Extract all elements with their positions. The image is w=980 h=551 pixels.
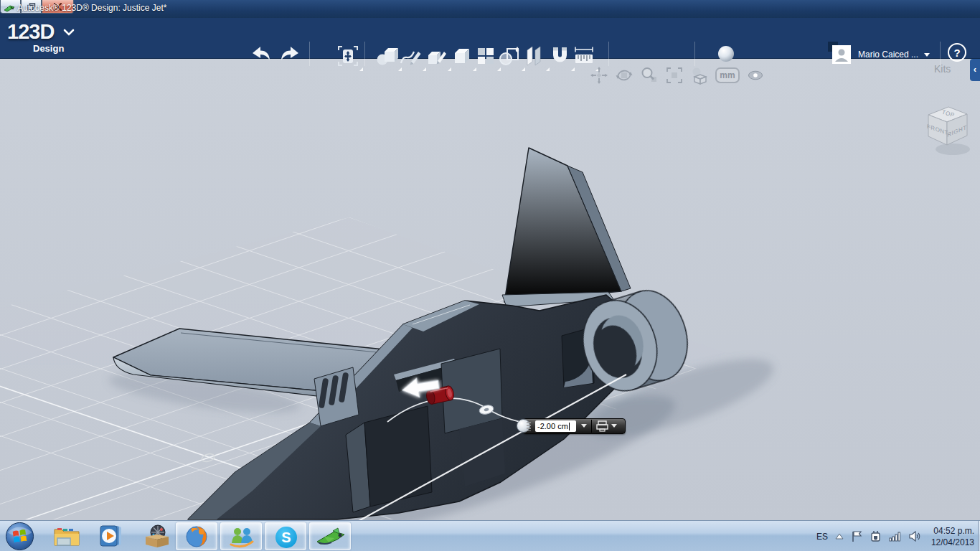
- skype-icon: S: [274, 525, 298, 550]
- primitives-tool-button[interactable]: [374, 44, 399, 68]
- user-account[interactable]: Mario Caiced ...: [832, 45, 930, 64]
- avatar: [832, 45, 851, 64]
- snap-dropdown-arrow[interactable]: [611, 424, 617, 428]
- jet-app-taskbar-button[interactable]: [309, 522, 351, 550]
- material-view-icon[interactable]: [690, 66, 709, 85]
- taskbar: S ES: [0, 520, 980, 551]
- measure-tool-button[interactable]: [572, 44, 596, 68]
- viewport-3d-scene[interactable]: [0, 0, 980, 551]
- view-nav-toolbar: mm: [590, 66, 765, 85]
- firefox-icon: [184, 524, 209, 549]
- transform-tool-button[interactable]: [336, 44, 360, 68]
- jet-model-icon: [314, 527, 347, 548]
- dimension-dropdown-arrow[interactable]: [581, 424, 587, 428]
- title-bar: Autodesk® 123D® Design: Justice Jet*: [0, 0, 980, 18]
- material-sphere-button[interactable]: [718, 46, 734, 62]
- logo-product: Design: [33, 43, 64, 54]
- grouping-icon: [522, 44, 547, 68]
- dropdown-corner[interactable]: [359, 67, 363, 71]
- pan-icon[interactable]: [590, 66, 608, 85]
- chevron-down-icon[interactable]: [63, 29, 75, 36]
- undo-button[interactable]: [248, 44, 273, 68]
- sketch-icon: [399, 44, 423, 68]
- user-dropdown-caret[interactable]: [924, 53, 930, 57]
- dimension-widget: -2.00 cm: [517, 417, 626, 435]
- visibility-eye-icon[interactable]: [746, 66, 765, 85]
- redo-button[interactable]: [278, 44, 303, 68]
- volume-icon[interactable]: [909, 531, 921, 542]
- app-toolbar: 123D Design: [0, 18, 980, 59]
- toolbar-separator: [694, 42, 695, 66]
- sketch-tool-button[interactable]: [399, 44, 423, 68]
- construct-icon: [424, 44, 448, 68]
- measure-icon: [572, 44, 596, 68]
- combine-tool-button[interactable]: [498, 44, 522, 68]
- action-center-flag-icon[interactable]: [851, 530, 862, 542]
- viewcube[interactable]: TOP FRONT RIGHT: [917, 99, 977, 161]
- combine-icon: [498, 44, 522, 68]
- toolbar-separator: [940, 42, 941, 66]
- svg-text:S: S: [281, 529, 291, 545]
- snap-tool-button[interactable]: [547, 44, 572, 68]
- zoom-icon[interactable]: [640, 66, 659, 85]
- pattern-icon: [473, 44, 498, 68]
- toolbar-separator: [608, 42, 609, 66]
- toolbar-separator: [309, 42, 310, 66]
- hidden-icons-arrow[interactable]: [835, 533, 844, 540]
- box-app-icon[interactable]: [142, 524, 172, 549]
- clock-time: 04:52 p.m.: [931, 525, 974, 537]
- chevron-left-icon: ‹: [974, 64, 976, 75]
- primitives-icon: [374, 44, 399, 68]
- network-signal-icon[interactable]: [889, 531, 902, 542]
- fit-view-icon[interactable]: [665, 66, 684, 85]
- kits-collapse-tab[interactable]: ‹: [970, 59, 980, 81]
- orbit-icon[interactable]: [615, 66, 633, 85]
- skype-taskbar-button[interactable]: S: [265, 522, 306, 550]
- user-icon: [832, 45, 851, 64]
- user-name: Mario Caiced ...: [858, 50, 918, 60]
- widget-divider: [591, 420, 592, 433]
- toolbar-separator: [364, 42, 365, 66]
- clock-date: 12/04/2013: [931, 537, 974, 548]
- media-player-icon[interactable]: [98, 524, 124, 548]
- snap-magnet-icon: [547, 44, 572, 68]
- kits-label: Kits: [934, 63, 951, 75]
- pattern-tool-button[interactable]: [473, 44, 498, 68]
- screen: Autodesk® 123D® Design: Justice Jet* 123…: [0, 0, 980, 551]
- help-button[interactable]: ?: [948, 43, 966, 62]
- dimension-input[interactable]: -2.00 cm: [535, 420, 576, 432]
- viewcube-shadow: [936, 143, 970, 155]
- construct-tool-button[interactable]: [424, 44, 448, 68]
- firefox-taskbar-button[interactable]: [176, 522, 217, 550]
- app-icon: [4, 3, 15, 14]
- window-title: Autodesk® 123D® Design: Justice Jet*: [17, 3, 166, 13]
- widget-grip-dots[interactable]: [527, 422, 531, 431]
- modify-tool-button[interactable]: [449, 44, 473, 68]
- snap-ruler-icon[interactable]: [596, 420, 608, 432]
- grouping-tool-button[interactable]: [522, 44, 547, 68]
- units-button[interactable]: mm: [715, 67, 740, 83]
- power-plug-icon[interactable]: [870, 530, 882, 542]
- transform-icon: [336, 44, 360, 68]
- messenger-taskbar-button[interactable]: [220, 522, 262, 550]
- modify-icon: [449, 44, 473, 68]
- tray-clock[interactable]: 04:52 p.m. 12/04/2013: [931, 525, 974, 548]
- logo-text: 123D: [7, 20, 54, 43]
- app-logo[interactable]: 123D Design: [7, 20, 54, 44]
- explorer-icon[interactable]: [53, 525, 80, 548]
- language-indicator[interactable]: ES: [816, 532, 828, 542]
- text-caret: [569, 423, 570, 430]
- system-tray: ES 04:52 p.m. 12/04/2013: [816, 521, 974, 551]
- start-button[interactable]: [5, 522, 34, 551]
- dimension-value: -2.00 cm: [537, 422, 568, 430]
- messenger-icon: [228, 525, 255, 549]
